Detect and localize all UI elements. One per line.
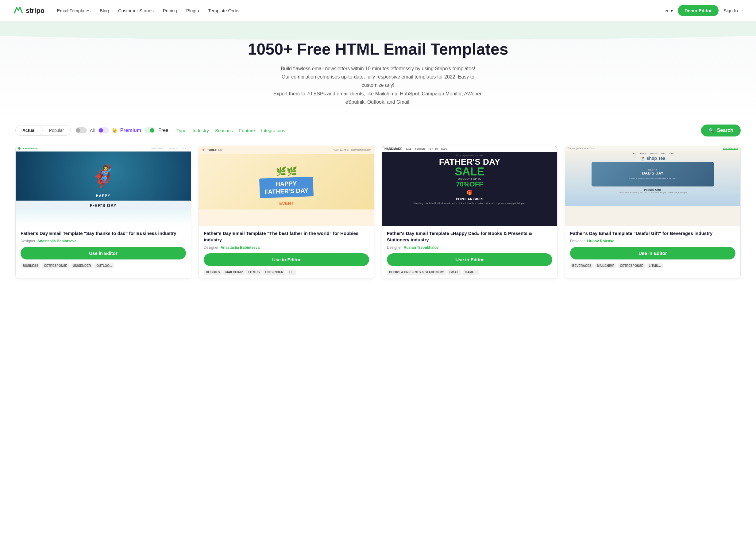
template-card-2: ★ TOGETHER +(000) 123 45 67 together@ema…	[199, 146, 374, 279]
tag: MAILCHIMP	[595, 263, 617, 269]
template-title-2: Father's Day Email Template "The best fa…	[204, 230, 369, 243]
designer-name-4: Liubov Rolenko	[587, 239, 615, 243]
use-in-editor-button-3[interactable]: Use in Editor	[387, 253, 552, 266]
nav-plugin[interactable]: Plugin	[186, 8, 199, 13]
hero-title: 1050+ Free HTML Email Templates	[6, 40, 750, 58]
tag: GAME...	[463, 270, 479, 275]
nav-template-order[interactable]: Template Order	[208, 8, 240, 13]
tag: BEVERAGES	[570, 263, 594, 269]
logo[interactable]: stripo	[12, 5, 44, 16]
tag: GETRESPONSE	[42, 263, 69, 269]
navbar: stripo Email Templates Blog Customer Sto…	[0, 0, 756, 21]
tag: UNISENDER	[263, 270, 285, 275]
tag: MAILCHIMP	[223, 270, 245, 275]
toggle-free-dot[interactable]	[144, 127, 155, 133]
tag: BOOKS & PRESENTS & STATIONERY	[387, 270, 446, 275]
nav-blog[interactable]: Blog	[100, 8, 109, 13]
navbar-right: en ▾ Demo Editor Sign In →	[665, 5, 744, 16]
signin-link[interactable]: Sign In →	[723, 8, 744, 13]
designer-line-4: Designer Liubov Rolenko	[570, 239, 735, 243]
template-info-3: Father's Day Email Template «Happy Dad» …	[382, 226, 557, 278]
template-preview-1: ● BUSINESS HOME ABOUT US SERVICES CONTAC…	[16, 146, 191, 226]
hero-description: Build flawless email newsletters within …	[271, 64, 485, 106]
search-icon: 🔍	[708, 128, 715, 133]
designer-line-2: Designer Anastasiia Babintseva	[204, 246, 369, 250]
toggle-premium-dot[interactable]	[98, 127, 109, 133]
filter-seasons[interactable]: Seasons	[215, 128, 233, 133]
hero-section: 1050+ Free HTML Email Templates Build fl…	[0, 21, 756, 118]
template-card-4: Put your preheader text here View in bro…	[565, 146, 741, 279]
tag: GETRESPONSE	[618, 263, 645, 269]
designer-line-3: Designer Ruslan Trepukhalov	[387, 246, 552, 250]
use-in-editor-button-2[interactable]: Use in Editor	[204, 253, 369, 266]
filter-industry[interactable]: Industry	[193, 128, 209, 133]
use-in-editor-button-1[interactable]: Use in Editor	[21, 247, 186, 260]
filter-bar: Actual Popular All 👑 Premium Free Type I…	[0, 118, 756, 143]
tag: LITMU...	[647, 263, 663, 269]
filter-type[interactable]: Type	[176, 128, 187, 133]
tag: LITMUS	[246, 270, 262, 275]
lang-label: en	[665, 8, 669, 13]
tag: LI...	[287, 270, 296, 275]
template-card-1: ● BUSINESS HOME ABOUT US SERVICES CONTAC…	[15, 146, 191, 279]
designer-name-2: Anastasiia Babintseva	[221, 246, 260, 250]
toggle-group: All 👑 Premium Free	[76, 127, 168, 133]
use-in-editor-button-4[interactable]: Use in Editor	[570, 247, 735, 260]
toggle-all-label: All	[90, 128, 95, 133]
demo-editor-button[interactable]: Demo Editor	[678, 5, 719, 16]
search-label: Search	[717, 128, 733, 133]
tag-row-4: BEVERAGES MAILCHIMP GETRESPONSE LITMU...	[570, 263, 735, 269]
tag: UNISENDER	[71, 263, 93, 269]
nav-customer-stories[interactable]: Customer Stories	[118, 8, 154, 13]
logo-text: stripo	[26, 7, 44, 15]
tab-actual[interactable]: Actual	[16, 126, 42, 135]
tag-row-3: BOOKS & PRESENTS & STATIONERY GMAIL GAME…	[387, 270, 552, 275]
template-title-1: Father's Day Email Template "Say thanks …	[21, 230, 186, 237]
designer-line-1: Designer Anastasiia Babintseva	[21, 239, 186, 243]
designer-name-1: Anastasiia Babintseva	[37, 239, 76, 243]
template-info-1: Father's Day Email Template "Say thanks …	[16, 226, 191, 272]
template-preview-4: Put your preheader text here View in bro…	[565, 146, 740, 226]
designer-name-3: Ruslan Trepukhalov	[404, 246, 439, 250]
tag: HOBBIES	[204, 270, 222, 275]
tab-popular[interactable]: Popular	[42, 126, 71, 135]
filter-integrations[interactable]: Integrations	[261, 128, 285, 133]
nav-pricing[interactable]: Pricing	[163, 8, 177, 13]
tag: GMAIL	[447, 270, 461, 275]
nav-links: Email Templates Blog Customer Stories Pr…	[57, 8, 665, 13]
template-info-2: Father's Day Email Template "The best fa…	[199, 226, 374, 278]
language-selector[interactable]: en ▾	[665, 8, 673, 13]
nav-email-templates[interactable]: Email Templates	[57, 8, 91, 13]
crown-icon: 👑	[112, 128, 117, 133]
tag-row-2: HOBBIES MAILCHIMP LITMUS UNISENDER LI...	[204, 270, 369, 275]
search-button[interactable]: 🔍 Search	[701, 125, 741, 137]
template-title-4: Father's Day Email Template "Useful Gift…	[570, 230, 735, 237]
chevron-down-icon: ▾	[671, 8, 673, 13]
filter-feature[interactable]: Feature	[239, 128, 255, 133]
tab-group: Actual Popular	[15, 125, 71, 136]
tag-row-1: BUSINESS GETRESPONSE UNISENDER OUTLOO...	[21, 263, 186, 269]
tag: BUSINESS	[21, 263, 41, 269]
template-preview-3: HANDMADE SALEFOR HERFOR HIMBLOG Put your…	[382, 146, 557, 226]
template-title-3: Father's Day Email Template «Happy Dad» …	[387, 230, 552, 243]
toggle-premium-label: Premium	[120, 128, 141, 133]
toggle-all[interactable]	[76, 127, 87, 133]
template-info-4: Father's Day Email Template "Useful Gift…	[565, 226, 740, 272]
tag: OUTLOO...	[94, 263, 114, 269]
template-preview-2: ★ TOGETHER +(000) 123 45 67 together@ema…	[199, 146, 374, 226]
templates-grid: ● BUSINESS HOME ABOUT US SERVICES CONTAC…	[0, 143, 756, 291]
toggle-free-label: Free	[158, 128, 168, 133]
template-card-3: HANDMADE SALEFOR HERFOR HIMBLOG Put your…	[382, 146, 557, 279]
filter-links: Type Industry Seasons Feature Integratio…	[176, 128, 285, 133]
